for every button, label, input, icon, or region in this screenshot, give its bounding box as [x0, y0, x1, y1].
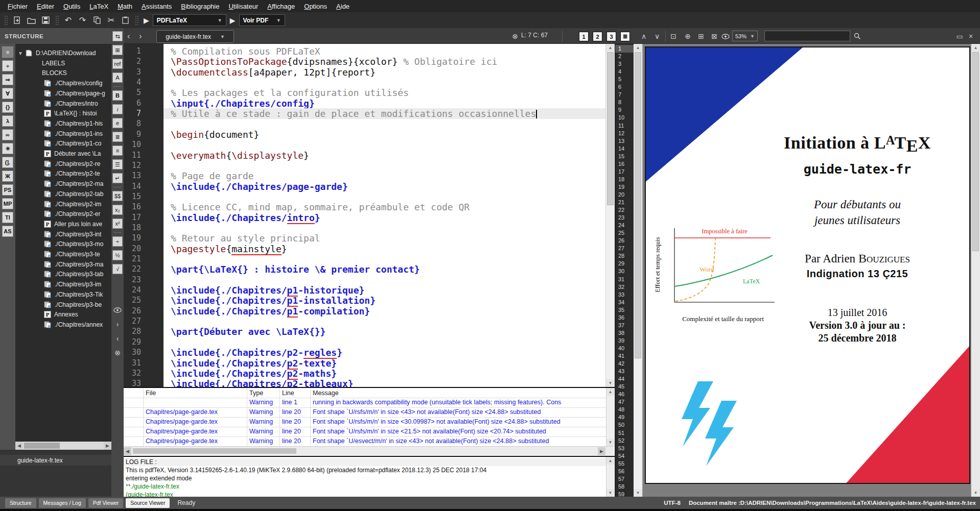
- nav-back-button[interactable]: ‹: [127, 29, 130, 43]
- dock-toggle-icon[interactable]: ⇆: [112, 31, 123, 41]
- redo-button[interactable]: ↷: [76, 14, 89, 27]
- log-eye-button[interactable]: [112, 305, 123, 315]
- pdf-layout-2-button[interactable]: 2: [593, 32, 602, 41]
- pdf-grid-button[interactable]: ⊠: [709, 31, 719, 41]
- tree-item[interactable]: ./Chapitres/p3-mo: [15, 239, 111, 249]
- fraction-icon[interactable]: ½: [112, 250, 123, 260]
- strip-line-37[interactable]: 37: [615, 322, 634, 329]
- log-vscrollbar[interactable]: ▲▼: [606, 457, 614, 497]
- strip-line-3[interactable]: 3: [615, 60, 634, 68]
- pstricks-tab[interactable]: PS: [2, 184, 13, 196]
- strip-line-33[interactable]: 33: [615, 291, 634, 299]
- greek-tab[interactable]: λ: [2, 115, 13, 127]
- tree-item[interactable]: ./Chapitres/p2-tab: [15, 189, 111, 199]
- strip-line-14[interactable]: 14: [615, 145, 634, 153]
- itemize-icon[interactable]: ≣: [112, 132, 123, 142]
- strip-line-51[interactable]: 51: [615, 429, 634, 437]
- strip-line-35[interactable]: 35: [615, 306, 634, 314]
- tree-item[interactable]: ./Chapitres/p2-er: [15, 209, 111, 219]
- pdf-viewer[interactable]: Initiation à LATEX guide-latex-fr Pour d…: [643, 44, 971, 497]
- log-next-button[interactable]: ›: [112, 319, 123, 329]
- strip-line-47[interactable]: 47: [615, 398, 634, 406]
- messages-cell[interactable]: Font shape `U/rsfs/m/n' in size <43> not…: [313, 408, 604, 416]
- strip-line-8[interactable]: 8: [615, 99, 634, 106]
- pdf-close-button[interactable]: ×: [966, 31, 976, 41]
- strip-line-18[interactable]: 18: [615, 176, 634, 183]
- menu-item-aide[interactable]: Aide: [332, 1, 354, 12]
- misc-symbols-tab[interactable]: ✳: [2, 143, 13, 154]
- strip-line-22[interactable]: 22: [615, 206, 634, 214]
- copy-button[interactable]: [90, 14, 103, 27]
- superscript-icon[interactable]: x²: [112, 218, 123, 229]
- delimiters-tab[interactable]: {}: [2, 102, 13, 113]
- scroll-down-icon[interactable]: ▼: [606, 379, 615, 387]
- cut-button[interactable]: ✂: [105, 14, 118, 27]
- font-size-icon[interactable]: A: [112, 72, 123, 83]
- messages-cell[interactable]: Warning: [249, 399, 278, 406]
- strip-line-17[interactable]: 17: [615, 168, 634, 176]
- strip-line-46[interactable]: 46: [615, 391, 634, 398]
- label-ref-icon[interactable]: ref: [112, 59, 123, 69]
- pdf-zoom-original-button[interactable]: ⊕: [683, 31, 693, 41]
- new-file-button[interactable]: [11, 14, 24, 27]
- tree-item[interactable]: ▼D:\ADRIEN\Download: [15, 48, 111, 58]
- tree-item[interactable]: ./Chapitres/p3-int: [15, 229, 111, 239]
- tree-item[interactable]: LABELS: [15, 58, 111, 68]
- strip-line-13[interactable]: 13: [615, 137, 634, 145]
- tree-expand-caret[interactable]: ▼: [18, 51, 25, 56]
- metapost-tab[interactable]: MP: [2, 198, 13, 209]
- messages-hscrollbar[interactable]: ◀▶: [124, 446, 614, 455]
- tree-item[interactable]: ./Chapitres/config: [15, 78, 111, 88]
- strip-line-40[interactable]: 40: [615, 345, 634, 352]
- messages-cell[interactable]: Chapitres/page-garde.tex: [146, 408, 245, 416]
- document-tab[interactable]: guide-latex-fr.tex ▼: [156, 30, 234, 43]
- strip-line-44[interactable]: 44: [615, 375, 634, 383]
- tree-item[interactable]: ./Chapitres/p1-co: [15, 138, 111, 149]
- strip-line-53[interactable]: 53: [615, 445, 634, 452]
- menu-item-outils[interactable]: Outils: [59, 1, 85, 12]
- strip-line-2[interactable]: 2: [615, 53, 634, 60]
- view-run-button[interactable]: ▶: [228, 16, 238, 25]
- scrollbar-thumb[interactable]: [635, 52, 641, 358]
- divide-icon[interactable]: ÷: [112, 236, 123, 247]
- strip-line-34[interactable]: 34: [615, 299, 634, 306]
- compile-run-button[interactable]: ▶: [142, 16, 151, 25]
- tree-item[interactable]: ./Chapitres/p3-Tik: [15, 289, 111, 300]
- strip-line-12[interactable]: 12: [615, 130, 634, 137]
- strip-line-29[interactable]: 29: [615, 260, 634, 267]
- tree-item[interactable]: ./Chapitres/p2-te: [15, 168, 111, 179]
- strip-line-10[interactable]: 10: [615, 114, 634, 121]
- tree-item[interactable]: ./Chapitres/p3-te: [15, 249, 111, 259]
- strip-line-5[interactable]: 5: [615, 76, 634, 83]
- strip-line-9[interactable]: 9: [615, 106, 634, 114]
- scroll-down-icon[interactable]: ▼: [634, 489, 642, 497]
- newline-icon[interactable]: ↵: [112, 173, 123, 183]
- menu-item-options[interactable]: Options: [299, 1, 332, 12]
- view-command-select[interactable]: Voir PDF ▼: [239, 14, 285, 26]
- enumerate-icon[interactable]: ≡: [112, 145, 123, 156]
- messages-cell[interactable]: Chapitres/page-garde.tex: [146, 428, 245, 435]
- pdf-layout-3-button[interactable]: 3: [606, 32, 616, 41]
- strip-line-6[interactable]: 6: [615, 83, 634, 91]
- cyrillic-tab[interactable]: Ж: [2, 171, 13, 182]
- menu-item-latex[interactable]: LaTeX: [85, 1, 113, 12]
- tree-item[interactable]: PDébuter avec \La: [15, 149, 111, 159]
- strip-line-27[interactable]: 27: [615, 245, 634, 252]
- tree-item[interactable]: PAnnexes: [15, 309, 111, 320]
- menu-item-affichage[interactable]: Affichage: [263, 1, 299, 12]
- messages-cell[interactable]: line 20: [282, 437, 309, 445]
- strip-line-28[interactable]: 28: [615, 252, 634, 260]
- messages-cell[interactable]: Font shape `U/esvect/m/n' in size <43> n…: [313, 437, 604, 445]
- tikz-tab[interactable]: TI: [2, 212, 13, 223]
- structure-hscrollbar[interactable]: ◀ ▶: [15, 442, 111, 450]
- log-close-button[interactable]: ⊗: [112, 348, 123, 358]
- log-prev-button[interactable]: ‹: [112, 333, 123, 344]
- messages-cell[interactable]: Warning: [249, 408, 278, 416]
- strip-line-20[interactable]: 20: [615, 191, 634, 199]
- pdf-fit-page-button[interactable]: ⊡: [668, 31, 679, 41]
- code-editor[interactable]: 1% Compilation sous PDFLaTeX2\PassOption…: [124, 44, 615, 387]
- save-button[interactable]: [39, 14, 52, 27]
- strip-line-31[interactable]: 31: [615, 276, 634, 283]
- strip-line-57[interactable]: 57: [615, 475, 634, 483]
- status-tab-messages-log[interactable]: Messages / Log: [39, 498, 86, 508]
